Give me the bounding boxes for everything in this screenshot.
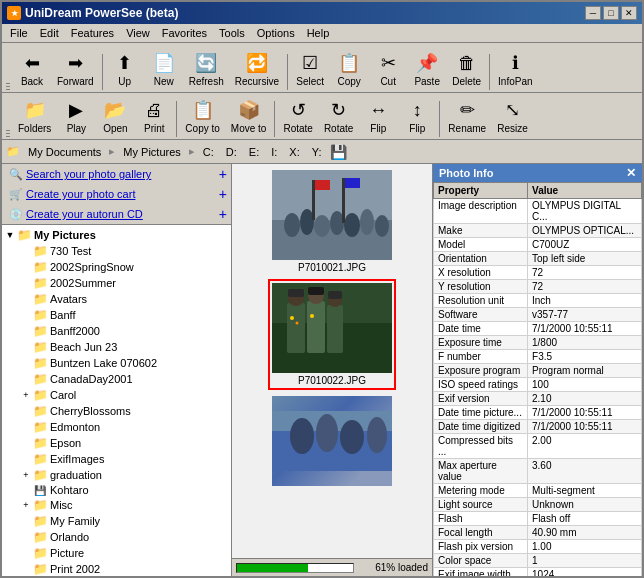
list-item[interactable]: 📁 Epson bbox=[4, 435, 229, 451]
tree-toggle[interactable] bbox=[20, 406, 32, 416]
rename-button[interactable]: ✏ Rename bbox=[443, 95, 491, 137]
info-table[interactable]: Property Value Image descriptionOLYMPUS … bbox=[433, 182, 642, 576]
addr-drive-icon[interactable]: 💾 bbox=[330, 144, 347, 160]
thumbnail-item[interactable] bbox=[270, 394, 394, 490]
rotate-right-button[interactable]: ↻ Rotate bbox=[319, 95, 358, 137]
list-item[interactable]: + 📁 graduation bbox=[4, 467, 229, 483]
addr-d[interactable]: D: bbox=[222, 145, 241, 159]
table-row[interactable]: X resolution72 bbox=[434, 266, 642, 280]
table-row[interactable]: F numberF3.5 bbox=[434, 350, 642, 364]
search-gallery-plus[interactable]: + bbox=[219, 166, 227, 182]
table-row[interactable]: OrientationTop left side bbox=[434, 252, 642, 266]
new-button[interactable]: 📄 New bbox=[145, 48, 183, 90]
list-item[interactable]: 📁 Picture bbox=[4, 545, 229, 561]
folder-tree[interactable]: ▼ 📁 My Pictures 📁 730 Test 📁 2002SpringS… bbox=[2, 225, 231, 576]
info-panel-close[interactable]: ✕ bbox=[626, 166, 636, 180]
table-row[interactable]: Date time7/1/2000 10:55:11 bbox=[434, 322, 642, 336]
table-row[interactable]: Y resolution72 bbox=[434, 280, 642, 294]
addr-e[interactable]: E: bbox=[245, 145, 263, 159]
list-item[interactable]: 📁 Avatars bbox=[4, 291, 229, 307]
tree-toggle[interactable] bbox=[20, 246, 32, 256]
tree-root-toggle[interactable]: ▼ bbox=[4, 230, 16, 240]
tree-toggle[interactable] bbox=[20, 548, 32, 558]
maximize-button[interactable]: □ bbox=[603, 6, 619, 20]
menu-features[interactable]: Features bbox=[65, 25, 120, 41]
flip-h-button[interactable]: ↔ Flip bbox=[359, 95, 397, 137]
table-row[interactable]: Exif image width1024 bbox=[434, 568, 642, 577]
menu-tools[interactable]: Tools bbox=[213, 25, 251, 41]
infopan-button[interactable]: ℹ InfoPan bbox=[493, 48, 537, 90]
tree-toggle[interactable] bbox=[20, 532, 32, 542]
tree-toggle[interactable]: + bbox=[20, 470, 32, 480]
table-row[interactable]: Color space1 bbox=[434, 554, 642, 568]
photo-cart-link[interactable]: Create your photo cart bbox=[26, 188, 219, 200]
tree-toggle[interactable]: + bbox=[20, 500, 32, 510]
addr-my-documents[interactable]: My Documents bbox=[24, 145, 105, 159]
tree-toggle[interactable] bbox=[20, 358, 32, 368]
search-gallery-link[interactable]: Search your photo gallery bbox=[26, 168, 219, 180]
forward-button[interactable]: ➡ Forward bbox=[52, 48, 99, 90]
copy-button[interactable]: 📋 Copy bbox=[330, 48, 368, 90]
addr-i[interactable]: I: bbox=[267, 145, 281, 159]
play-button[interactable]: ▶ Play bbox=[57, 95, 95, 137]
addr-y[interactable]: Y: bbox=[308, 145, 326, 159]
tree-toggle[interactable] bbox=[20, 374, 32, 384]
menu-favorites[interactable]: Favorites bbox=[156, 25, 213, 41]
table-row[interactable]: Resolution unitInch bbox=[434, 294, 642, 308]
menu-help[interactable]: Help bbox=[301, 25, 336, 41]
thumbnails-area[interactable]: P7010021.JPG bbox=[232, 164, 432, 558]
table-row[interactable]: Metering modeMulti-segment bbox=[434, 484, 642, 498]
list-item[interactable]: 📁 Edmonton bbox=[4, 419, 229, 435]
table-row[interactable]: ISO speed ratings100 bbox=[434, 378, 642, 392]
select-button[interactable]: ☑ Select bbox=[291, 48, 329, 90]
tree-toggle[interactable] bbox=[20, 310, 32, 320]
list-item[interactable]: 📁 Print 2002 bbox=[4, 561, 229, 576]
cut-button[interactable]: ✂ Cut bbox=[369, 48, 407, 90]
table-row[interactable]: Focal length40.90 mm bbox=[434, 526, 642, 540]
menu-file[interactable]: File bbox=[4, 25, 34, 41]
tree-toggle[interactable] bbox=[20, 326, 32, 336]
tree-toggle[interactable]: + bbox=[20, 390, 32, 400]
menu-options[interactable]: Options bbox=[251, 25, 301, 41]
tree-toggle[interactable] bbox=[20, 485, 32, 495]
table-row[interactable]: Light sourceUnknown bbox=[434, 498, 642, 512]
recursive-button[interactable]: 🔁 Recursive bbox=[230, 48, 284, 90]
moveto-button[interactable]: 📦 Move to bbox=[226, 95, 272, 137]
rotate-left-button[interactable]: ↺ Rotate bbox=[278, 95, 317, 137]
table-row[interactable]: ModelC700UZ bbox=[434, 238, 642, 252]
tree-root-item[interactable]: ▼ 📁 My Pictures bbox=[4, 227, 229, 243]
search-gallery-row[interactable]: 🔍 Search your photo gallery + bbox=[2, 164, 231, 184]
flip-v-button[interactable]: ↕ Flip bbox=[398, 95, 436, 137]
list-item[interactable]: 📁 2002Summer bbox=[4, 275, 229, 291]
back-button[interactable]: ⬅ Back bbox=[13, 48, 51, 90]
tree-toggle[interactable] bbox=[20, 294, 32, 304]
addr-c[interactable]: C: bbox=[199, 145, 218, 159]
menu-edit[interactable]: Edit bbox=[34, 25, 65, 41]
autorun-row[interactable]: 💿 Create your autorun CD + bbox=[2, 204, 231, 224]
autorun-plus[interactable]: + bbox=[219, 206, 227, 222]
refresh-button[interactable]: 🔄 Refresh bbox=[184, 48, 229, 90]
table-row[interactable]: Exif version2.10 bbox=[434, 392, 642, 406]
tree-toggle[interactable] bbox=[20, 564, 32, 574]
tree-toggle[interactable] bbox=[20, 516, 32, 526]
tree-toggle[interactable] bbox=[20, 454, 32, 464]
list-item[interactable]: 💾 Kohtaro bbox=[4, 483, 229, 497]
folders-button[interactable]: 📁 Folders bbox=[13, 95, 56, 137]
resize-button[interactable]: ⤡ Resize bbox=[492, 95, 533, 137]
list-item[interactable]: 📁 Buntzen Lake 070602 bbox=[4, 355, 229, 371]
thumbnail-item[interactable]: P7010022.JPG bbox=[268, 279, 396, 390]
list-item[interactable]: 📁 730 Test bbox=[4, 243, 229, 259]
table-row[interactable]: Date time digitized7/1/2000 10:55:11 bbox=[434, 420, 642, 434]
open-button[interactable]: 📂 Open bbox=[96, 95, 134, 137]
list-item[interactable]: + 📁 Misc bbox=[4, 497, 229, 513]
up-button[interactable]: ⬆ Up bbox=[106, 48, 144, 90]
list-item[interactable]: + 📁 Carol bbox=[4, 387, 229, 403]
list-item[interactable]: 📁 Banff2000 bbox=[4, 323, 229, 339]
list-item[interactable]: 📁 CanadaDay2001 bbox=[4, 371, 229, 387]
photo-cart-row[interactable]: 🛒 Create your photo cart + bbox=[2, 184, 231, 204]
list-item[interactable]: 📁 Orlando bbox=[4, 529, 229, 545]
list-item[interactable]: 📁 ExifImages bbox=[4, 451, 229, 467]
addr-my-pictures[interactable]: My Pictures bbox=[119, 145, 184, 159]
minimize-button[interactable]: ─ bbox=[585, 6, 601, 20]
tree-toggle[interactable] bbox=[20, 422, 32, 432]
